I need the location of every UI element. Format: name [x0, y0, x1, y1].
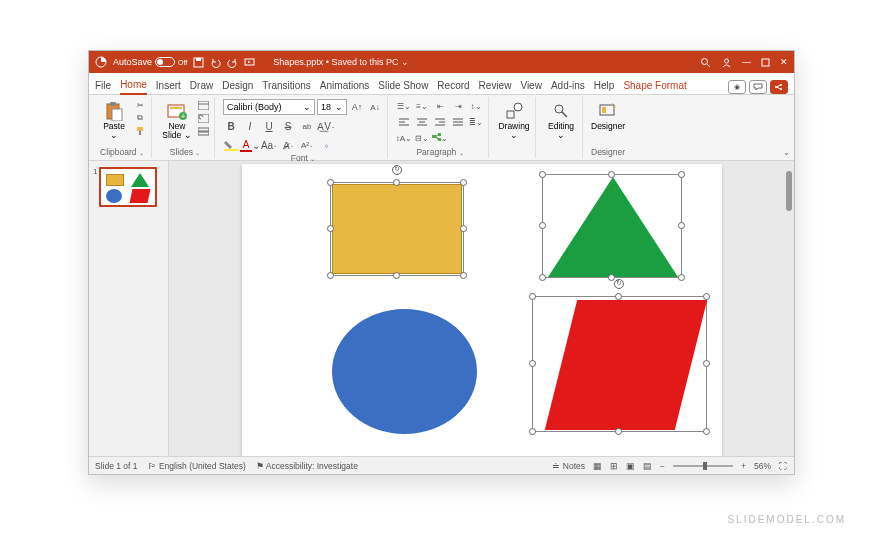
- rotate-handle[interactable]: [392, 165, 402, 175]
- accessibility-status[interactable]: ⚑ Accessibility: Investigate: [256, 461, 358, 471]
- decrease-indent-icon[interactable]: ⇤: [432, 99, 448, 113]
- align-center-icon[interactable]: [414, 115, 430, 129]
- tab-view[interactable]: View: [520, 77, 542, 94]
- new-slide-button[interactable]: + New Slide ⌄: [160, 99, 194, 141]
- numbering-icon[interactable]: ≡⌄: [414, 99, 430, 113]
- resize-handle[interactable]: [393, 272, 400, 279]
- highlight-icon[interactable]: [223, 137, 239, 153]
- normal-view-icon[interactable]: ▦: [593, 461, 602, 471]
- change-case-icon[interactable]: Aa⌄: [261, 137, 277, 153]
- shrink-font-icon[interactable]: A↓: [367, 99, 383, 115]
- underline-icon[interactable]: U: [261, 118, 277, 134]
- record-indicator-button[interactable]: ◉: [728, 80, 746, 94]
- resize-handle[interactable]: [529, 428, 536, 435]
- layout-icon[interactable]: [196, 99, 210, 111]
- resize-handle[interactable]: [678, 274, 685, 281]
- tab-slideshow[interactable]: Slide Show: [378, 77, 428, 94]
- zoom-out-icon[interactable]: −: [660, 461, 665, 471]
- font-color-icon[interactable]: A⌄: [242, 137, 258, 153]
- resize-handle[interactable]: [608, 171, 615, 178]
- resize-handle[interactable]: [327, 179, 334, 186]
- bold-icon[interactable]: B: [223, 118, 239, 134]
- resize-handle[interactable]: [678, 222, 685, 229]
- reset-icon[interactable]: [196, 112, 210, 124]
- resize-handle[interactable]: [529, 360, 536, 367]
- resize-handle[interactable]: [539, 274, 546, 281]
- font-size-combo[interactable]: 18⌄: [317, 99, 347, 115]
- superscript-icon[interactable]: A²⌄: [299, 137, 315, 153]
- account-icon[interactable]: [721, 57, 732, 68]
- font-name-combo[interactable]: Calibri (Body)⌄: [223, 99, 315, 115]
- bullets-icon[interactable]: ☰⌄: [396, 99, 412, 113]
- format-options-icon[interactable]: ⬨: [318, 137, 334, 153]
- sorter-view-icon[interactable]: ⊞: [610, 461, 618, 471]
- copy-icon[interactable]: ⧉: [133, 112, 147, 124]
- resize-handle[interactable]: [615, 428, 622, 435]
- resize-handle[interactable]: [393, 179, 400, 186]
- align-left-icon[interactable]: [396, 115, 412, 129]
- line-spacing-icon[interactable]: ↕⌄: [468, 99, 484, 113]
- rotate-handle[interactable]: [614, 279, 624, 289]
- shape-triangle[interactable]: [548, 177, 678, 277]
- selection-triangle[interactable]: [542, 174, 682, 278]
- vertical-scrollbar[interactable]: [786, 171, 792, 446]
- section-icon[interactable]: [196, 125, 210, 137]
- grow-font-icon[interactable]: A↑: [349, 99, 365, 115]
- zoom-in-icon[interactable]: +: [741, 461, 746, 471]
- shape-ellipse[interactable]: [332, 309, 477, 434]
- resize-handle[interactable]: [460, 225, 467, 232]
- columns-icon[interactable]: ≣⌄: [468, 115, 484, 129]
- resize-handle[interactable]: [608, 274, 615, 281]
- paste-button[interactable]: Paste⌄: [97, 99, 131, 141]
- slide[interactable]: [242, 164, 722, 456]
- tab-review[interactable]: Review: [479, 77, 512, 94]
- tab-record[interactable]: Record: [437, 77, 469, 94]
- minimize-icon[interactable]: —: [742, 57, 751, 67]
- save-icon[interactable]: [193, 57, 204, 68]
- tab-help[interactable]: Help: [594, 77, 615, 94]
- strikethrough-icon[interactable]: S: [280, 118, 296, 134]
- selection-rectangle[interactable]: [330, 182, 464, 276]
- resize-handle[interactable]: [703, 293, 710, 300]
- resize-handle[interactable]: [539, 222, 546, 229]
- italic-icon[interactable]: I: [242, 118, 258, 134]
- clear-formatting-icon[interactable]: A̷⌄: [280, 137, 296, 153]
- resize-handle[interactable]: [678, 171, 685, 178]
- slide-counter[interactable]: Slide 1 of 1: [95, 461, 138, 471]
- resize-handle[interactable]: [327, 272, 334, 279]
- shape-parallelogram[interactable]: [544, 300, 706, 430]
- designer-button[interactable]: Designer: [591, 99, 625, 133]
- cut-icon[interactable]: ✂: [133, 99, 147, 111]
- redo-icon[interactable]: [227, 57, 238, 68]
- tab-shape-format[interactable]: Shape Format: [623, 77, 686, 94]
- justify-icon[interactable]: [450, 115, 466, 129]
- smartart-icon[interactable]: ⌄: [432, 131, 448, 145]
- search-icon[interactable]: [700, 57, 711, 68]
- resize-handle[interactable]: [615, 293, 622, 300]
- resize-handle[interactable]: [539, 171, 546, 178]
- character-spacing-icon[interactable]: A͟V⌄: [318, 118, 334, 134]
- drawing-button[interactable]: Drawing⌄: [497, 99, 531, 141]
- reading-view-icon[interactable]: ▣: [626, 461, 635, 471]
- tab-addins[interactable]: Add-ins: [551, 77, 585, 94]
- language-status[interactable]: 🏳 English (United States): [148, 461, 246, 471]
- tab-draw[interactable]: Draw: [190, 77, 213, 94]
- notes-button[interactable]: ≐ Notes: [552, 461, 585, 471]
- tab-transitions[interactable]: Transitions: [262, 77, 311, 94]
- slideshow-view-icon[interactable]: ▤: [643, 461, 652, 471]
- zoom-level[interactable]: 56%: [754, 461, 771, 471]
- resize-handle[interactable]: [327, 225, 334, 232]
- tab-file[interactable]: File: [95, 77, 111, 94]
- tab-insert[interactable]: Insert: [156, 77, 181, 94]
- tab-home[interactable]: Home: [120, 76, 147, 95]
- maximize-icon[interactable]: [761, 58, 770, 67]
- share-button[interactable]: [770, 80, 788, 94]
- comments-button[interactable]: [749, 80, 767, 94]
- fit-to-window-icon[interactable]: ⛶: [779, 461, 788, 471]
- align-text-icon[interactable]: ⊟⌄: [414, 131, 430, 145]
- shadow-icon[interactable]: ab: [299, 118, 315, 134]
- increase-indent-icon[interactable]: ⇥: [450, 99, 466, 113]
- format-painter-icon[interactable]: [133, 125, 147, 137]
- document-title[interactable]: Shapes.pptx • Saved to this PC ⌄: [273, 57, 409, 67]
- close-icon[interactable]: ✕: [780, 57, 788, 67]
